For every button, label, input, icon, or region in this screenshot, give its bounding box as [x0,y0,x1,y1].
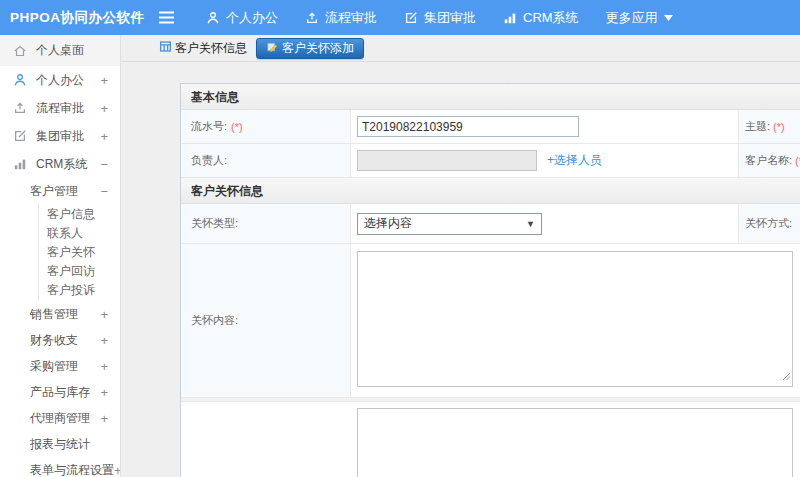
care-content-row: 关怀内容: [181,244,800,398]
sidebar-item-customer-info[interactable]: 客户信息 [39,205,120,224]
bar-chart-icon [503,11,517,25]
nav-personal-office[interactable]: 个人办公 [206,9,278,27]
sidebar-item-label: 表单与流程设置 [30,462,114,477]
select-caret-icon: ▼ [526,219,535,229]
tab-label: 客户关怀信息 [175,40,247,57]
nav-crm-system[interactable]: CRM系统 [503,9,579,27]
sidebar: 个人桌面 个人办公 + 流程审批 + 集团审批 + CRM系统 − 客户管理 −… [0,35,121,477]
extra-textarea[interactable] [357,408,793,477]
sidebar-item-sales-mgmt[interactable]: 销售管理 + [0,301,120,327]
field-label: 负责人: [191,153,227,168]
sidebar-item-label: 采购管理 [30,358,78,375]
sidebar-item-label: 客户信息 [47,206,95,223]
owner-row: 负责人: +选择人员 客户名称: (*) [181,144,800,178]
home-icon [13,43,28,58]
sidebar-item-label: 客户投诉 [47,282,95,299]
sidebar-item-purchase-mgmt[interactable]: 采购管理 + [0,353,120,379]
menu-icon[interactable] [158,11,178,24]
collapse-minus: − [100,157,108,172]
sidebar-item-customer-care[interactable]: 客户关怀 [39,243,120,262]
sidebar-item-label: 集团审批 [36,128,84,145]
sidebar-item-form-flow-settings[interactable]: 表单与流程设置+ [0,457,120,477]
customer-care-add-form: 基本信息 流水号: (*) 主题: (*) 负责人: +选择人员 [180,83,800,477]
care-type-select[interactable]: 选择内容 ▼ [357,213,542,235]
expand-plus: + [100,101,108,116]
care-content-label-cell: 关怀内容: [181,244,351,397]
select-value: 选择内容 [364,215,412,232]
sidebar-item-customer-visit[interactable]: 客户回访 [39,262,120,281]
expand-plus: + [100,333,108,348]
expand-plus: + [100,385,108,400]
sidebar-item-label: 流程审批 [36,100,84,117]
expand-plus: + [100,129,108,144]
main-content: 客户关怀信息 客户关怀添加 基本信息 流水号: (*) 主题: (*) [122,35,800,477]
care-content-field-cell [351,244,800,397]
field-label: 主题: [745,119,770,134]
serial-row: 流水号: (*) 主题: (*) [181,110,800,144]
sidebar-item-label: 客户管理 [30,183,78,200]
sidebar-item-agent-mgmt[interactable]: 代理商管理 + [0,405,120,431]
person-icon [13,73,28,88]
share-icon [305,11,319,25]
sidebar-item-customer-complaint[interactable]: 客户投诉 [39,281,120,300]
extra-field-cell [351,402,800,477]
section-header-care-info: 客户关怀信息 [181,178,800,204]
required-mark: (*) [795,155,800,167]
customer-mgmt-submenu: 客户信息 联系人 客户关怀 客户回访 客户投诉 [38,204,120,301]
tab-label: 客户关怀添加 [282,40,354,57]
care-content-textarea[interactable] [357,251,793,387]
sidebar-item-label: CRM系统 [36,156,87,173]
sidebar-item-personal-office[interactable]: 个人办公 + [0,66,120,94]
section-header-basic-info: 基本信息 [181,84,800,110]
sidebar-item-contacts[interactable]: 联系人 [39,224,120,243]
extra-content-row [181,402,800,477]
person-icon [206,11,220,25]
owner-label-cell: 负责人: [181,144,351,177]
nav-label: 个人办公 [226,9,278,27]
select-person-link[interactable]: +选择人员 [547,152,602,169]
expand-plus: + [100,359,108,374]
sidebar-item-desktop[interactable]: 个人桌面 [0,35,120,66]
sidebar-item-label: 个人桌面 [36,42,84,59]
required-mark: (*) [773,121,785,133]
topbar: PHPOA协同办公软件 个人办公 流程审批 集团审批 CRM系统 更多应用 [0,0,800,35]
serial-input[interactable] [357,116,579,137]
tab-customer-care-add-active[interactable]: 客户关怀添加 [256,38,364,59]
expand-plus: + [100,307,108,322]
table-icon [159,40,172,56]
bar-chart-icon [13,157,28,172]
field-label: 关怀类型: [191,216,238,231]
care-type-label-cell: 关怀类型: [181,204,351,243]
nav-group-approval[interactable]: 集团审批 [404,9,476,27]
sidebar-item-label: 联系人 [47,225,83,242]
tab-customer-care-info[interactable]: 客户关怀信息 [159,40,247,57]
serial-label-cell: 流水号: (*) [181,110,351,143]
field-label: 关怀方式: [745,216,792,231]
caret-down-icon [664,15,673,21]
expand-plus: + [100,411,108,426]
sidebar-item-reports-stats[interactable]: 报表与统计 [0,431,120,457]
required-mark: (*) [231,121,243,133]
edit-icon [404,11,418,25]
owner-input [357,150,537,171]
app-logo: PHPOA协同办公软件 [0,9,158,27]
sidebar-item-products-inventory[interactable]: 产品与库存 + [0,379,120,405]
nav-label: 集团审批 [424,9,476,27]
sidebar-item-group-approval[interactable]: 集团审批 + [0,122,120,150]
serial-field-cell [351,110,739,143]
field-label: 关怀内容: [191,313,238,328]
sidebar-item-process-approval[interactable]: 流程审批 + [0,94,120,122]
sidebar-item-label: 报表与统计 [30,436,90,453]
expand-plus: + [100,73,108,88]
care-type-field-cell: 选择内容 ▼ [351,204,739,243]
nav-process-approval[interactable]: 流程审批 [305,9,377,27]
sidebar-item-label: 个人办公 [36,72,84,89]
customer-name-label-cell: 客户名称: (*) [739,144,800,177]
sidebar-item-label: 客户回访 [47,263,95,280]
sidebar-item-finance[interactable]: 财务收支 + [0,327,120,353]
nav-more-apps[interactable]: 更多应用 [606,9,673,27]
sidebar-item-crm[interactable]: CRM系统 − [0,150,120,178]
nav-label: 更多应用 [606,9,658,27]
sidebar-item-label: 财务收支 [30,332,78,349]
sidebar-item-customer-mgmt[interactable]: 客户管理 − [0,178,120,204]
